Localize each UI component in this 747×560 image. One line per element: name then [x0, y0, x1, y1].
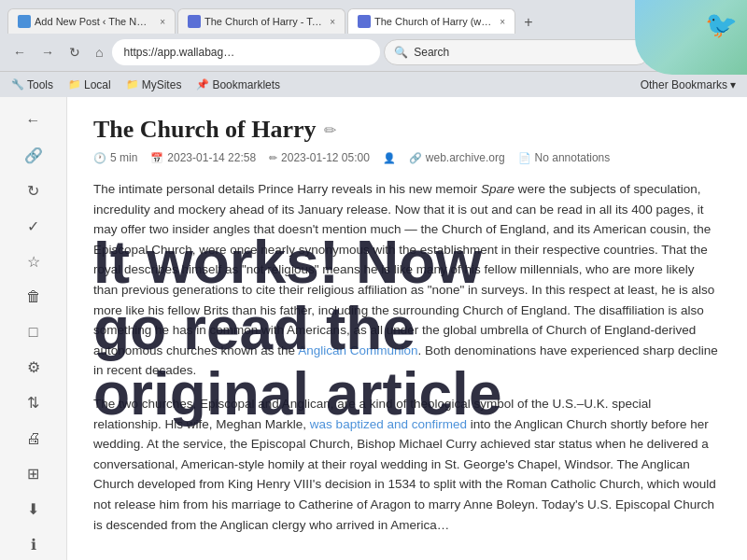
tab-1-label: Add New Post ‹ The New L…	[35, 16, 152, 27]
meta-modified-date: ✏ 2023-01-12 05:00	[269, 151, 370, 164]
meta-saved-date: 📅 2023-01-14 22:58	[150, 151, 256, 164]
bird-icon: 🐦	[705, 9, 738, 40]
bookmark-tools[interactable]: 🔧 Tools	[7, 77, 57, 93]
article-meta: 🕐 5 min 📅 2023-01-14 22:58 ✏ 2023-01-12 …	[93, 151, 721, 164]
link-meta-icon: 🔗	[409, 152, 422, 164]
meta-reading-time: 🕐 5 min	[93, 151, 137, 164]
calendar-icon: 📅	[150, 152, 163, 164]
sidebar-btn-print[interactable]: 🖨	[15, 423, 52, 455]
sidebar-btn-settings[interactable]: ⚙	[15, 352, 52, 384]
local-icon: 📁	[68, 78, 81, 91]
sidebar-btn-back[interactable]: ←	[15, 105, 52, 136]
sidebar-btn-info[interactable]: ℹ	[15, 528, 52, 560]
reading-time-value: 5 min	[110, 151, 137, 164]
chevron-down-icon: ▾	[730, 78, 736, 91]
meta-author: 👤	[383, 152, 396, 164]
meta-annotations: 📄 No annotations	[518, 151, 611, 164]
meta-source: 🔗 web.archive.org	[409, 151, 505, 164]
sidebar-btn-check[interactable]: ✓	[15, 211, 52, 243]
file-icon: 📄	[518, 152, 531, 164]
tab-3[interactable]: The Church of Harry (web… ×	[347, 8, 515, 34]
modified-date-value: 2023-01-12 05:00	[281, 151, 370, 164]
back-button[interactable]: ←	[7, 41, 32, 63]
home-button[interactable]: ⌂	[90, 41, 108, 63]
article-title-container: The Church of Harry ✏	[93, 116, 721, 144]
forward-button[interactable]: →	[35, 41, 60, 63]
new-tab-button[interactable]: +	[517, 11, 540, 34]
article-title: The Church of Harry	[93, 116, 317, 144]
search-text: Search	[414, 46, 449, 59]
bookmark-local-label: Local	[84, 78, 111, 91]
other-bookmarks-label: Other Bookmarks	[641, 78, 727, 91]
sidebar-btn-link[interactable]: 🔗	[15, 140, 52, 172]
bookmark-mysites[interactable]: 📁 MySites	[122, 77, 186, 93]
sidebar-btn-delete[interactable]: 🗑	[15, 281, 52, 313]
sidebar-btn-star[interactable]: ☆	[15, 245, 52, 277]
bookmark-local[interactable]: 📁 Local	[64, 77, 115, 93]
tab-1-icon	[18, 15, 31, 28]
reload-button[interactable]: ↻	[63, 41, 86, 63]
tab-3-label: The Church of Harry (web…	[374, 16, 492, 27]
bookmark-mysites-label: MySites	[142, 78, 182, 91]
baptized-link[interactable]: was baptized and confirmed	[310, 417, 467, 431]
sidebar: ← 🔗 ↻ ✓ ☆ 🗑 □ ⚙ ⇅ 🖨 ⊞ ⬇ ℹ	[0, 97, 67, 560]
bookmark-tools-label: Tools	[27, 78, 53, 91]
tab-2-label: The Church of Harry - Tab…	[204, 16, 322, 27]
bookmark-bookmarklets[interactable]: 📌 Bookmarklets	[192, 77, 284, 93]
tab-3-close[interactable]: ×	[500, 17, 505, 27]
main-area: ← 🔗 ↻ ✓ ☆ 🗑 □ ⚙ ⇅ 🖨 ⊞ ⬇ ℹ The Church of …	[0, 97, 747, 560]
bird-decoration: 🐦	[635, 0, 747, 75]
sidebar-btn-share[interactable]: ⇅	[15, 387, 52, 419]
other-bookmarks[interactable]: Other Bookmarks ▾	[637, 77, 740, 93]
bookmark-bookmarklets-label: Bookmarklets	[212, 78, 280, 91]
search-container: 🔍 Search	[384, 39, 650, 65]
tab-1-close[interactable]: ×	[160, 17, 165, 27]
saved-date-value: 2023-01-14 22:58	[167, 151, 256, 164]
tab-1[interactable]: Add New Post ‹ The New L… ×	[7, 8, 176, 34]
mysites-icon: 📁	[126, 78, 139, 91]
bookmarks-bar: 🔧 Tools 📁 Local 📁 MySites 📌 Bookmarklets…	[0, 71, 747, 97]
anglican-communion-link[interactable]: Anglican Communion	[298, 343, 417, 357]
edit-icon[interactable]: ✏	[324, 121, 336, 139]
content-area: The Church of Harry ✏ 🕐 5 min 📅 2023-01-…	[67, 97, 747, 560]
edit-meta-icon: ✏	[269, 152, 277, 164]
tab-2[interactable]: The Church of Harry - Tab… ×	[177, 8, 345, 34]
clock-icon: 🕐	[93, 152, 106, 164]
article-paragraph-2: The two churches, Episcopal and Anglican…	[93, 394, 721, 535]
person-icon: 👤	[383, 152, 396, 164]
sidebar-btn-archive[interactable]: □	[15, 316, 52, 348]
tab-2-icon	[188, 15, 201, 28]
tab-2-close[interactable]: ×	[330, 17, 335, 27]
address-input[interactable]	[112, 39, 380, 65]
article-body: The intimate personal details Prince Har…	[93, 179, 721, 535]
sidebar-btn-grid[interactable]: ⊞	[15, 457, 52, 489]
sidebar-btn-refresh[interactable]: ↻	[15, 175, 52, 207]
source-value: web.archive.org	[426, 151, 505, 164]
tools-icon: 🔧	[11, 78, 24, 91]
search-icon: 🔍	[394, 46, 408, 59]
article-paragraph-1: The intimate personal details Prince Har…	[93, 179, 721, 381]
bookmarklets-icon: 📌	[196, 78, 209, 91]
sidebar-btn-download[interactable]: ⬇	[15, 493, 52, 525]
annotations-value: No annotations	[535, 151, 611, 164]
tab-3-icon	[358, 15, 371, 28]
